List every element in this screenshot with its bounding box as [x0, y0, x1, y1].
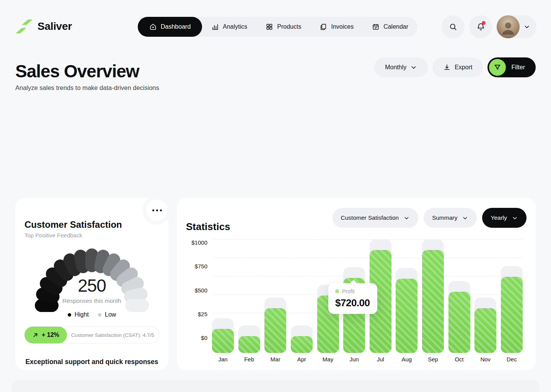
- x-axis-label: Mar: [262, 356, 289, 363]
- nav-item-calendar[interactable]: Calendar: [363, 17, 417, 37]
- x-axis-label: Apr: [289, 356, 315, 363]
- calendar-icon: [372, 23, 380, 31]
- x-axis-label: Dec: [499, 356, 525, 363]
- grid-icon: [266, 23, 273, 31]
- dashboard-screen: Saliver DashboardAnalyticsProductsInvoic…: [0, 0, 551, 392]
- arrow-up-right-icon: [32, 332, 39, 338]
- export-button[interactable]: Export: [432, 57, 483, 77]
- chart-column-apr: Apr: [291, 237, 313, 353]
- x-axis-label: Oct: [446, 356, 473, 363]
- header-controls: Monthly Export Filter: [374, 57, 536, 77]
- y-axis-tick: $500: [183, 287, 207, 293]
- nav-item-products[interactable]: Products: [256, 17, 310, 37]
- chevron-down-icon: [410, 64, 417, 71]
- chart-plot: JanFebMarAprMayJunJulAugSepOctNovDec Pro…: [212, 237, 523, 353]
- nav-item-label: Invoices: [331, 23, 354, 30]
- legend-item-low: Low: [98, 311, 116, 318]
- page-title: Sales Overview: [15, 61, 139, 82]
- y-axis-tick: $0: [183, 335, 207, 341]
- bar-feb[interactable]: [238, 336, 260, 353]
- x-axis-label: Jul: [367, 356, 394, 363]
- filter-button[interactable]: Filter: [487, 57, 536, 77]
- document-icon: [320, 23, 327, 31]
- search-button[interactable]: [442, 15, 465, 38]
- chart-tooltip: Profit $720.00: [328, 283, 377, 314]
- export-label: Export: [455, 64, 472, 71]
- period-select[interactable]: Monthly: [374, 57, 428, 77]
- legend-label: Hight: [75, 311, 89, 318]
- y-axis: $1000$750$500$25$0: [183, 237, 207, 353]
- card-subtitle: Top Positive Feedback: [24, 232, 82, 238]
- card-title: Statistics: [186, 221, 230, 233]
- user-menu[interactable]: [497, 15, 536, 38]
- card-footnote: Exceptional support and quick responses: [15, 358, 168, 366]
- chart-column-nov: Nov: [474, 237, 496, 353]
- chevron-down-icon: [523, 23, 530, 30]
- bar-jan[interactable]: [212, 329, 234, 353]
- stats-filter-summary[interactable]: Summary: [424, 208, 477, 228]
- gauge-legend: HightLow: [15, 311, 168, 318]
- bar-nov[interactable]: [474, 308, 496, 353]
- x-axis-label: May: [315, 356, 341, 363]
- gauge-value: 250: [24, 275, 159, 296]
- avatar: [497, 15, 520, 38]
- nav-item-dashboard[interactable]: Dashboard: [138, 17, 202, 37]
- nav-item-invoices[interactable]: Invoices: [310, 17, 363, 37]
- nav-right-actions: [442, 15, 536, 38]
- nav-item-label: Calendar: [383, 23, 408, 30]
- bar-sep[interactable]: [422, 250, 444, 353]
- filter-pill-label: Summary: [432, 214, 457, 221]
- chevron-down-icon: [512, 215, 518, 221]
- nav-item-label: Products: [277, 23, 301, 30]
- y-axis-tick: $1000: [183, 239, 207, 246]
- legend-dot-icon: [98, 313, 101, 317]
- customer-satisfaction-card: Customer Satisfaction Top Positive Feedb…: [15, 198, 168, 370]
- statistics-card: Statistics Customer SatisfactionSummaryY…: [177, 198, 536, 370]
- ellipsis-icon: [152, 209, 162, 211]
- notification-dot: [482, 21, 486, 25]
- nav-item-label: Analytics: [223, 23, 247, 30]
- chevron-down-icon: [462, 215, 468, 221]
- x-axis-label: Jun: [341, 356, 367, 363]
- legend-item-hight: Hight: [68, 311, 89, 318]
- search-icon: [449, 23, 457, 31]
- filter-pill-label: Yearly: [491, 214, 507, 221]
- more-options-button[interactable]: [146, 199, 168, 221]
- trend-value: + 12%: [42, 332, 59, 338]
- chevron-down-icon: [403, 215, 410, 221]
- stats-filter-customer-satisfaction[interactable]: Customer Satisfaction: [333, 208, 419, 228]
- x-axis-label: Feb: [236, 356, 262, 363]
- notifications-button[interactable]: [469, 15, 492, 38]
- nav-item-analytics[interactable]: Analytics: [202, 17, 256, 37]
- home-icon: [149, 23, 157, 31]
- x-axis-label: Jan: [210, 356, 236, 363]
- legend-label: Low: [105, 311, 116, 318]
- chart-column-feb: Feb: [238, 237, 260, 353]
- funnel-icon: [489, 59, 506, 76]
- gauge-caption: Responses this month: [24, 297, 159, 304]
- satisfaction-gauge: 250 Responses this month: [24, 239, 159, 307]
- bar-dec[interactable]: [501, 277, 523, 353]
- page-subtitle: Analyze sales trends to make data-driven…: [15, 84, 159, 91]
- bar-apr[interactable]: [291, 336, 313, 353]
- filter-label: Filter: [511, 64, 525, 71]
- chart-column-sep: Sep: [422, 237, 444, 353]
- bar-mar[interactable]: [264, 308, 286, 353]
- stats-filters: Customer SatisfactionSummaryYearly: [333, 208, 527, 228]
- person-icon: [500, 19, 517, 36]
- download-icon: [443, 64, 451, 71]
- card-title: Customer Satisfaction: [24, 219, 122, 230]
- stats-filter-yearly[interactable]: Yearly: [482, 208, 527, 228]
- csat-summary-pill: + 12% Customer Satisfaction (CSAT): 4.7/…: [24, 327, 159, 343]
- next-section-edge: [11, 380, 540, 392]
- bar-oct[interactable]: [448, 292, 470, 353]
- bar-aug[interactable]: [396, 279, 417, 353]
- period-select-value: Monthly: [385, 64, 406, 71]
- chart-column-dec: Dec: [501, 237, 523, 353]
- tooltip-label: Profit: [342, 288, 355, 294]
- bar-chart-icon: [211, 23, 219, 31]
- nav-item-label: Dashboard: [161, 23, 191, 30]
- tooltip-header: Profit: [335, 288, 377, 294]
- trend-badge: + 12%: [24, 327, 67, 343]
- tooltip-value: $720.00: [335, 297, 377, 309]
